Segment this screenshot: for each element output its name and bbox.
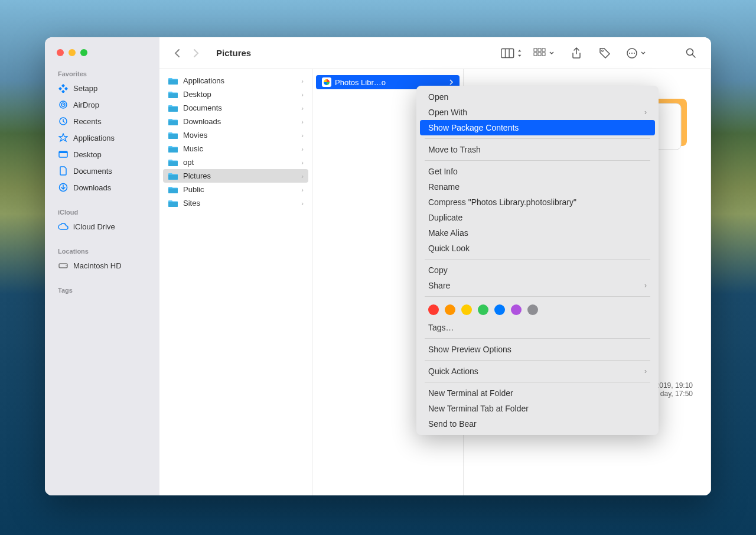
menu-item-send-to-bear[interactable]: Send to Bear: [420, 416, 655, 432]
icloud-icon: [58, 221, 69, 232]
folder-icon: [168, 104, 178, 112]
folder-icon: [168, 145, 178, 153]
folder-documents[interactable]: Documents›: [159, 101, 312, 115]
chevron-right-icon: ›: [301, 77, 304, 85]
sidebar-item-label: Downloads: [73, 183, 111, 192]
minimize-window-button[interactable]: [69, 49, 76, 56]
sidebar-item-label: Desktop: [73, 150, 102, 159]
search-button[interactable]: [680, 45, 702, 61]
menu-item-tags[interactable]: Tags…: [420, 320, 655, 335]
menu-item-label: New Terminal Tab at Folder: [428, 404, 529, 413]
chevron-right-icon: ›: [644, 367, 647, 375]
folder-desktop[interactable]: Desktop›: [159, 87, 312, 101]
chevron-right-icon: ›: [644, 281, 647, 290]
context-menu: OpenOpen With›Show Package ContentsMove …: [416, 86, 659, 435]
menu-item-label: Open With: [428, 108, 467, 117]
tags-button[interactable]: [594, 45, 615, 61]
menu-item-label: Show Preview Options: [428, 345, 511, 354]
sidebar-item-downloads[interactable]: Downloads: [45, 179, 159, 196]
menu-item-open-with[interactable]: Open With›: [420, 105, 655, 120]
close-window-button[interactable]: [57, 49, 64, 56]
folder-pictures[interactable]: Pictures›: [163, 169, 308, 183]
menu-item-get-info[interactable]: Get Info: [420, 164, 655, 179]
sidebar-item-icloud-drive[interactable]: iCloud Drive: [45, 218, 159, 235]
menu-item-label: Show Package Contents: [428, 123, 519, 132]
tag-color-3[interactable]: [478, 304, 488, 315]
svg-rect-12: [534, 48, 537, 51]
menu-item-show-package-contents[interactable]: Show Package Contents: [420, 120, 655, 135]
menu-item-show-preview-options[interactable]: Show Preview Options: [420, 342, 655, 357]
sidebar-item-documents[interactable]: Documents: [45, 163, 159, 179]
back-button[interactable]: [169, 45, 185, 61]
action-button[interactable]: [623, 45, 650, 61]
chevron-right-icon: ›: [301, 132, 304, 139]
sidebar-item-setapp[interactable]: Setapp: [45, 80, 159, 96]
menu-item-share[interactable]: Share›: [420, 278, 655, 293]
menu-item-duplicate[interactable]: Duplicate: [420, 210, 655, 225]
menu-item-move-to-trash[interactable]: Move to Trash: [420, 142, 655, 157]
airdrop-icon: [58, 99, 69, 110]
sidebar-item-applications[interactable]: Applications: [45, 129, 159, 146]
menu-item-label: Move to Trash: [428, 145, 481, 154]
tag-color-6[interactable]: [527, 304, 538, 315]
applications-icon: [58, 132, 69, 143]
svg-point-21: [631, 53, 633, 54]
menu-item-compress-photos-library-photoslibrary[interactable]: Compress "Photos Library.photoslibrary": [420, 194, 655, 210]
sidebar-item-airdrop[interactable]: AirDrop: [45, 96, 159, 113]
tag-color-2[interactable]: [461, 304, 472, 315]
view-columns-button[interactable]: [501, 45, 522, 61]
forward-button[interactable]: [188, 45, 204, 61]
window-controls: [45, 44, 159, 68]
disk-icon: [58, 260, 69, 271]
folder-downloads[interactable]: Downloads›: [159, 115, 312, 128]
tag-color-4[interactable]: [494, 304, 505, 315]
sidebar-item-label: AirDrop: [73, 100, 99, 109]
folder-sites[interactable]: Sites›: [159, 196, 312, 210]
folder-label: Applications: [183, 76, 224, 85]
folder-music[interactable]: Music›: [159, 142, 312, 155]
sidebar-heading: Favorites: [45, 68, 159, 80]
menu-item-new-terminal-tab-at-folder[interactable]: New Terminal Tab at Folder: [420, 401, 655, 416]
menu-divider: [425, 382, 650, 382]
tag-color-1[interactable]: [445, 304, 455, 315]
menu-item-rename[interactable]: Rename: [420, 179, 655, 194]
file-label: Photos Libr…o: [335, 78, 386, 87]
folder-public[interactable]: Public›: [159, 183, 312, 196]
folder-movies[interactable]: Movies›: [159, 128, 312, 142]
svg-rect-16: [538, 53, 541, 56]
svg-rect-14: [542, 48, 545, 51]
folder-applications[interactable]: Applications›: [159, 74, 312, 87]
menu-item-label: Share: [428, 281, 450, 290]
menu-item-label: Rename: [428, 182, 460, 192]
documents-icon: [58, 166, 69, 176]
menu-item-label: Open: [428, 92, 448, 102]
svg-point-22: [634, 53, 635, 54]
menu-item-make-alias[interactable]: Make Alias: [420, 225, 655, 241]
maximize-window-button[interactable]: [80, 49, 87, 56]
folder-icon: [168, 158, 178, 167]
sidebar-item-desktop[interactable]: Desktop: [45, 146, 159, 163]
folder-label: Desktop: [183, 90, 211, 99]
svg-rect-5: [59, 151, 67, 153]
column-1: Applications›Desktop›Documents›Downloads…: [159, 69, 312, 495]
menu-item-new-terminal-at-folder[interactable]: New Terminal at Folder: [420, 385, 655, 401]
chevron-right-icon: ›: [301, 145, 304, 153]
tag-color-5[interactable]: [511, 304, 522, 315]
svg-point-18: [602, 50, 604, 51]
menu-item-quick-look[interactable]: Quick Look: [420, 241, 655, 256]
folder-label: Music: [183, 144, 203, 153]
group-button[interactable]: [529, 45, 559, 61]
sidebar-item-recents[interactable]: Recents: [45, 113, 159, 129]
setapp-icon: [58, 83, 69, 93]
recents-icon: [58, 116, 69, 127]
menu-item-quick-actions[interactable]: Quick Actions›: [420, 364, 655, 379]
folder-opt[interactable]: opt›: [159, 155, 312, 169]
share-button[interactable]: [566, 45, 587, 61]
chevron-right-icon: ›: [301, 159, 304, 166]
tag-color-0[interactable]: [428, 304, 439, 315]
photos-library-icon: [322, 77, 331, 87]
menu-item-label: Send to Bear: [428, 419, 477, 429]
menu-item-open[interactable]: Open: [420, 89, 655, 105]
menu-item-copy[interactable]: Copy: [420, 262, 655, 278]
sidebar-item-macintosh-hd[interactable]: Macintosh HD: [45, 257, 159, 274]
